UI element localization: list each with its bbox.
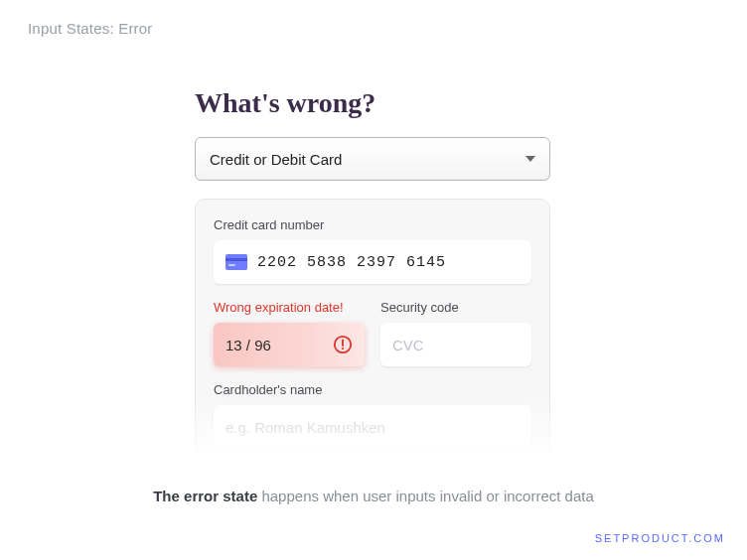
caption-rest: happens when user inputs invalid or inco… — [257, 488, 594, 504]
cardholder-label: Cardholder's name — [214, 382, 531, 397]
card-details-panel: Credit card number 2202 5838 2397 6145 W… — [195, 199, 550, 458]
error-icon — [333, 335, 353, 354]
caption-strong: The error state — [153, 488, 257, 504]
svg-rect-2 — [228, 264, 235, 266]
expiry-input[interactable]: 13 / 96 — [214, 323, 365, 366]
canvas: Input States: Error What's wrong? Credit… — [0, 0, 747, 560]
cardholder-input[interactable]: e.g. Roman Kamushken — [214, 405, 531, 449]
caption: The error state happens when user inputs… — [0, 488, 747, 504]
brand-link[interactable]: SETPRODUCT.COM — [595, 532, 725, 544]
svg-rect-1 — [225, 258, 247, 261]
payment-form: What's wrong? Credit or Debit Card Credi… — [195, 87, 550, 458]
page-subtitle: Input States: Error — [28, 20, 153, 37]
cvc-input[interactable]: CVC — [380, 323, 531, 366]
form-title: What's wrong? — [195, 87, 550, 119]
svg-rect-0 — [225, 254, 247, 270]
card-number-label: Credit card number — [214, 217, 531, 232]
svg-point-5 — [342, 348, 344, 350]
chevron-down-icon — [525, 156, 535, 162]
payment-method-value: Credit or Debit Card — [210, 151, 342, 168]
cvc-placeholder: CVC — [392, 337, 424, 353]
card-number-input[interactable]: 2202 5838 2397 6145 — [214, 240, 531, 284]
expiry-error-label: Wrong expiration date! — [214, 300, 365, 315]
card-number-value: 2202 5838 2397 6145 — [257, 254, 446, 271]
expiry-value: 13 / 96 — [225, 337, 271, 353]
credit-card-icon — [225, 254, 247, 270]
cardholder-placeholder: e.g. Roman Kamushken — [225, 419, 385, 436]
cvc-label: Security code — [380, 300, 531, 315]
payment-method-select[interactable]: Credit or Debit Card — [195, 137, 550, 181]
